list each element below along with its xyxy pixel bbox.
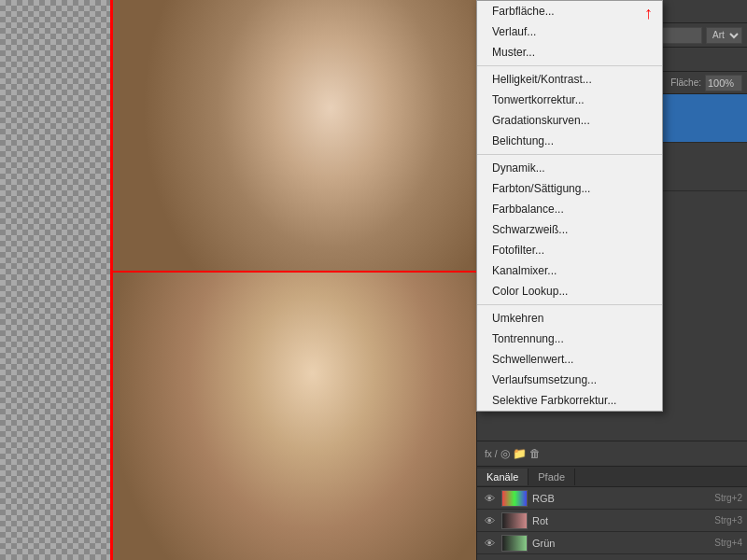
menu-item-tontrennung[interactable]: Tontrennung... [477,329,662,349]
toolbar-folder-icon[interactable]: 📁 [513,447,527,460]
menu-item-umkehren[interactable]: Umkehren [477,308,662,329]
menu-item-kanalmixer[interactable]: Kanalmixer... [477,260,662,281]
menu-separator-3 [477,304,662,305]
layers-toolbar: fx / ◎ 📁 🗑 [477,441,747,467]
search-type-select[interactable]: Art [706,27,742,44]
fill-label: Fläche: [670,77,701,88]
menu-item-schwarzweiss[interactable]: Schwarzweiß... [477,219,662,240]
canvas-area [0,0,476,560]
menu-separator-2 [477,154,662,155]
channels-panel: Kanäle Pfade 👁 RGB Strg+2 👁 Rot Strg+3 👁… [477,467,747,560]
eye-icon-rot[interactable]: 👁 [482,513,497,528]
channel-thumb-rgb [501,490,528,507]
channel-name-gruen: Grün [532,538,710,549]
photo-top-face [112,0,476,271]
photo-bottom [112,273,476,560]
context-menu: ↑ Farbfläche... Verlauf... Muster... Hel… [476,0,663,412]
eye-icon-rgb[interactable]: 👁 [482,491,497,506]
menu-item-dynamik[interactable]: Dynamik... [477,158,662,178]
menu-item-tonwert[interactable]: Tonwertkorrektur... [477,90,662,110]
channel-shortcut-gruen: Strg+4 [714,538,742,548]
toolbar-delete-icon[interactable]: 🗑 [529,447,541,460]
menu-item-schwellenwert[interactable]: Schwellenwert... [477,349,662,370]
red-border [110,0,113,560]
menu-item-belichtung[interactable]: Belichtung... [477,131,662,151]
eye-icon-gruen[interactable]: 👁 [482,536,497,551]
channel-name-rot: Rot [532,515,710,526]
channels-tabs: Kanäle Pfade [477,467,747,487]
menu-item-farbbalance[interactable]: Farbbalance... [477,199,662,219]
channel-shortcut-rot: Strg+3 [714,515,742,525]
menu-item-selektive[interactable]: Selektive Farbkorrektur... [477,390,662,411]
red-arrow-icon: ↑ [644,5,653,21]
tab-channels[interactable]: Kanäle [477,469,529,485]
tab-paths[interactable]: Pfade [529,469,575,485]
photo-bottom-face [112,273,476,560]
channel-item-gruen[interactable]: 👁 Grün Strg+4 [477,532,747,554]
channel-item-rgb[interactable]: 👁 RGB Strg+2 [477,487,747,510]
toolbar-slash: / [495,449,498,459]
menu-item-gradation[interactable]: Gradationskurven... [477,110,662,131]
menu-item-helligkeit[interactable]: Helligkeit/Kontrast... [477,69,662,90]
photo-top [112,0,476,271]
channel-shortcut-rgb: Strg+2 [714,493,742,503]
menu-item-verlauf[interactable]: Verlauf... [477,21,662,42]
fill-input[interactable] [705,75,742,91]
toolbar-link-icon: fx [485,449,492,459]
menu-item-muster[interactable]: Muster... [477,42,662,63]
channel-thumb-gruen [501,535,528,552]
menu-separator-1 [477,65,662,66]
toolbar-circle-icon[interactable]: ◎ [500,447,510,460]
menu-item-farbton[interactable]: Farbton/Sättigung... [477,178,662,199]
menu-item-verlaufsumsetzung[interactable]: Verlaufsumsetzung... [477,370,662,390]
menu-item-color-lookup[interactable]: Color Lookup... [477,281,662,301]
channel-name-rgb: RGB [532,493,710,504]
channel-item-rot[interactable]: 👁 Rot Strg+3 [477,510,747,532]
channel-thumb-rot [501,512,528,529]
menu-item-farbflaeche[interactable]: Farbfläche... [477,1,662,21]
checker-bg [0,0,112,560]
menu-item-fotofilter[interactable]: Fotofilter... [477,240,662,260]
